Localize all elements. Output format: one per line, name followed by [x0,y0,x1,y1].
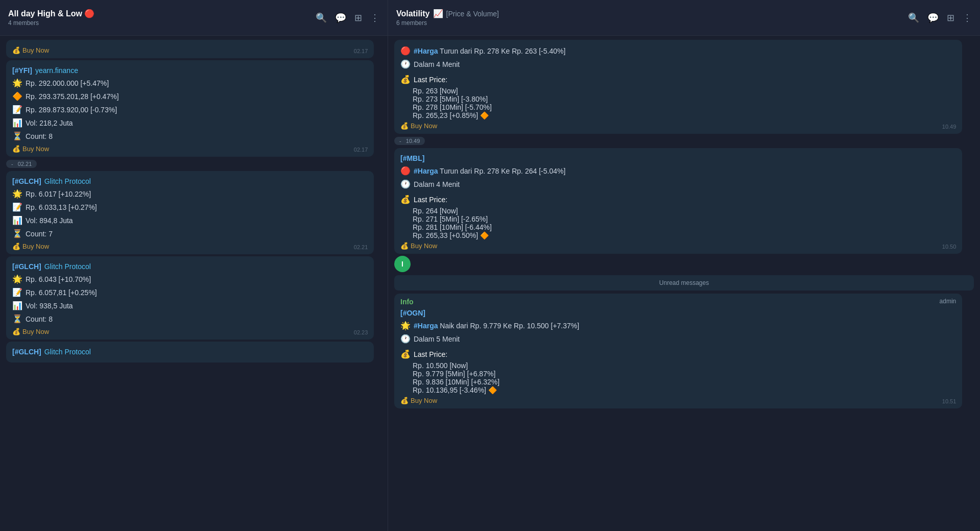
ogn-header: Info admin [400,298,956,306]
harga-label-1: #Harga [414,47,438,55]
star-icon-2: 🌟 [12,188,22,200]
ogn-price-now: Rp. 10.500 [Now] [413,361,956,370]
ogn-time: 10.51 [942,398,957,404]
right-layout-icon[interactable]: ⊞ [947,12,954,23]
pencil-icon: 📝 [12,104,22,116]
ogn-harga-text: #Harga Naik dari Rp. 9.779 Ke Rp. 10.500… [414,321,579,331]
right-more-icon[interactable]: ⋮ [963,12,972,23]
price-list-1: Rp. 263 [Now] Rp. 273 [5Min] [-3.80%] Rp… [400,87,956,119]
right-time-bubble-1: - 10.49 [394,137,425,145]
vol-text: Vol: 218,2 Juta [26,118,73,129]
right-header-info: Volatility 📈 [Price & Volume] 6 members [396,9,499,27]
mbl-tag-line: [#MBL] [400,153,956,164]
mbl-last-price-section: 💰 Last Price: Rp. 264 [Now] Rp. 271 [5Mi… [400,194,956,239]
mbl-last-price-label-line: 💰 Last Price: [400,194,956,206]
chart-icon: 📊 [12,117,22,129]
ogn-last-price-label-line: 💰 Last Price: [400,348,956,360]
diamond-icon: 🔶 [12,90,22,103]
time-separator-1: - 02.21 [6,160,381,168]
glch-vol-text-2: Vol: 938,5 Juta [26,301,73,311]
right-buy-label-1: Buy Now [411,122,437,130]
right-harga-line-1: 🔴 #Harga Turun dari Rp. 278 Ke Rp. 263 [… [400,45,956,57]
chart-icon-2: 📊 [12,214,22,227]
green-star-icon: 🌟 [400,320,411,332]
mbl-harga-text: #Harga Turun dari Rp. 278 Ke Rp. 264 [-5… [414,166,565,177]
ogn-buy-now[interactable]: 💰 Buy Now [400,397,437,404]
left-panel: All day High & Low 🔴 4 members 🔍 💬 ⊞ ⋮ 💰… [0,0,388,531]
hourglass-icon-3: ⏳ [12,313,22,325]
glch-name-1[interactable]: Glitch Protocol [44,176,91,187]
left-panel-title: All day High & Low 🔴 [8,9,94,18]
buy-now-button[interactable]: 💰 Buy Now [12,46,49,54]
glch-time-1: 02.21 [354,244,368,250]
buy-now-label-4: Buy Now [22,328,49,335]
star-icon-3: 🌟 [12,273,22,285]
buy-icon-3: 💰 [12,243,20,250]
price-avg-1: Rp. 265,23 [+0.85%] 🔶 [413,111,956,119]
glch-message-block-1: [#GLCH] Glitch Protocol 🌟 Rp. 6.017 [+10… [6,171,374,254]
mbl-price-10min: Rp. 281 [10Min] [-6.44%] [413,223,956,231]
mbl-buy-now[interactable]: 💰 Buy Now [400,242,437,250]
ogn-price-avg: Rp. 10.136,95 [-3.46%] 🔶 [413,386,956,394]
left-panel-content: 💰 Buy Now 02.17 [#YFI] yearn.finance 🌟 R… [0,36,388,531]
glch-price-2: 📝 Rp. 6.033,13 [+0.27%] [12,201,368,213]
glch-buy-now-2[interactable]: 💰 Buy Now [12,328,49,335]
count-line: ⏳ Count: 8 [12,130,368,142]
layout-icon[interactable]: ⊞ [354,12,362,23]
left-header-info: All day High & Low 🔴 4 members [8,9,94,27]
right-comment-icon[interactable]: 💬 [927,12,939,23]
price-text-3: Rp. 289.873.920,00 [-0.73%] [26,105,117,115]
right-buy-row-1: 💰 Buy Now 10.49 [400,122,956,130]
harga-content-1: Turun dari Rp. 278 Ke Rp. 263 [-5.40%] [440,47,565,55]
red-circle-icon-1: 🔴 [400,45,411,57]
ogn-sender-role: admin [940,298,957,306]
ogn-tag: [#OGN] [400,308,425,319]
message-bubble: 💰 Buy Now 02.17 [6,40,374,58]
clock-icon-2: 🕐 [400,178,411,190]
star-icon: 🌟 [12,77,22,89]
glch-price-text-2: Rp. 6.033,13 [+0.27%] [26,202,97,213]
more-icon[interactable]: ⋮ [370,12,379,23]
price-10min-1: Rp. 278 [10Min] [-5.70%] [413,103,956,111]
glch-tag-3: [#GLCH] [12,347,41,357]
price-line-3: 📝 Rp. 289.873.920,00 [-0.73%] [12,104,368,116]
ogn-price-10min: Rp. 9.836 [10Min] [+6.32%] [413,378,956,386]
right-messages-list: 🔴 #Harga Turun dari Rp. 278 Ke Rp. 263 [… [388,36,980,531]
right-search-icon[interactable]: 🔍 [908,12,919,23]
red-circle-icon-2: 🔴 [400,165,411,177]
right-subtitle-text: [Price & Volume] [446,10,499,18]
message-time: 02.17 [354,48,368,54]
glch-time-2: 02.23 [354,329,368,335]
moneybag-icon-2: 💰 [400,194,411,206]
glch-name-2[interactable]: Glitch Protocol [44,261,91,272]
right-timer-line-1: 🕐 Dalam 4 Menit [400,58,956,70]
volatility-emoji: 📈 [433,9,443,18]
comment-icon[interactable]: 💬 [335,12,346,23]
coin-name[interactable]: yearn.finance [35,65,78,76]
price-text-2: Rp. 293.375.201,28 [+0.47%] [26,91,119,102]
coin-tag: [#YFI] [12,65,32,76]
glch-price-text-4: Rp. 6.057,81 [+0.25%] [26,287,97,298]
buy-now-button-2[interactable]: 💰 Buy Now [12,145,49,153]
glch-buy-now-1[interactable]: 💰 Buy Now [12,243,49,250]
unread-messages-label: Unread messages [659,279,709,286]
price-line-2: 🔶 Rp. 293.375.201,28 [+0.47%] [12,90,368,103]
right-separator-1: - 10.49 [394,137,974,145]
glch-tag-line-2: [#GLCH] Glitch Protocol [12,261,368,272]
right-panel: Volatility 📈 [Price & Volume] 6 members … [388,0,980,531]
mbl-price-now: Rp. 264 [Now] [413,207,956,215]
hourglass-icon-2: ⏳ [12,228,22,240]
ogn-last-price-label: Last Price: [414,349,447,360]
right-buy-now-1[interactable]: 💰 Buy Now [400,122,437,130]
glch-tag-2: [#GLCH] [12,261,41,272]
mbl-price-avg: Rp. 265,33 [+0.50%] 🔶 [413,231,956,239]
harga-label-3: #Harga [414,322,438,330]
glch-tag-line-1: [#GLCH] Glitch Protocol [12,176,368,187]
ogn-last-price-section: 💰 Last Price: Rp. 10.500 [Now] Rp. 9.779… [400,348,956,394]
pencil-icon-2: 📝 [12,201,22,213]
mbl-timer-line: 🕐 Dalam 4 Menit [400,178,956,190]
glch-price-4: 📝 Rp. 6.057,81 [+0.25%] [12,286,368,299]
glch-name-3[interactable]: Glitch Protocol [44,347,91,357]
search-icon[interactable]: 🔍 [316,12,327,23]
buy-now-label-3: Buy Now [22,243,49,250]
